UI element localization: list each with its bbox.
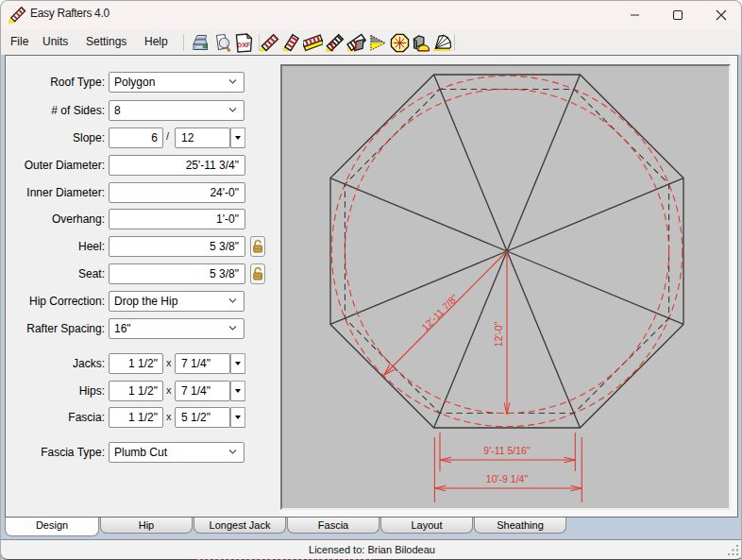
- svg-text:12'-11 7/8": 12'-11 7/8": [419, 292, 461, 333]
- svg-text:12'-0": 12'-0": [493, 321, 504, 347]
- svg-text:10'-9 1/4": 10'-9 1/4": [486, 473, 529, 484]
- svg-text:9'-11 5/16": 9'-11 5/16": [483, 445, 531, 456]
- svg-text:DXF: DXF: [237, 42, 251, 49]
